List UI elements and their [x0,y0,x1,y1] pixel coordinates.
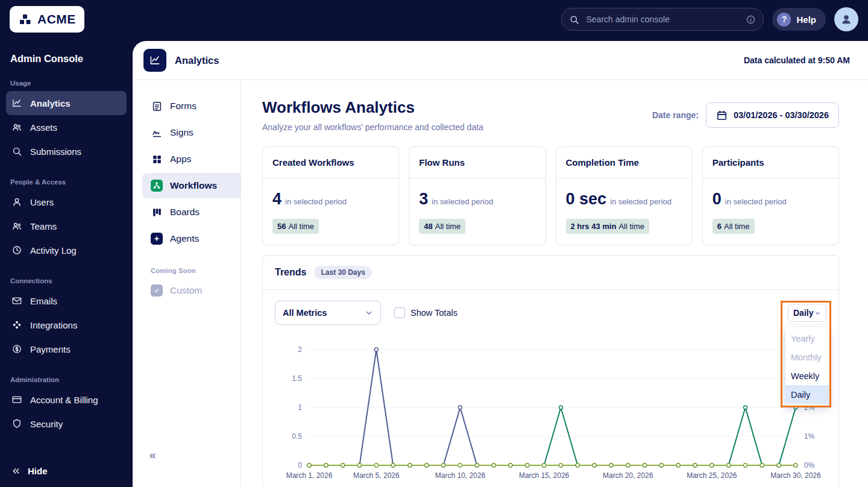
sidebar-item-label: Emails [30,296,57,306]
main-panel: Analytics Data calculated at 9:50 AM For… [133,41,868,487]
subnav-item-boards[interactable]: Boards [142,200,241,225]
custom-check-icon [151,284,163,297]
sidebar-item-label: Analytics [30,98,71,108]
integrations-icon [11,319,23,331]
metric-select[interactable]: All Metrics [275,301,381,325]
all-time-badge: 48All time [419,219,465,234]
subnav-item-label: Agents [170,233,199,244]
granularity-select[interactable]: Daily [788,304,826,322]
calendar-icon [716,110,728,121]
stat-card-participants: Participants 0in selected period 6All ti… [702,146,839,245]
sidebar-item-emails[interactable]: Emails [6,289,127,313]
credit-card-icon [11,394,23,406]
hide-sidebar-button[interactable]: Hide [0,460,133,482]
subnav-item-apps[interactable]: Apps [142,146,241,172]
subnav-item-forms[interactable]: Forms [142,93,241,119]
last-30-days-badge: Last 30 Days [314,266,371,279]
admin-search[interactable] [561,8,764,31]
search-info-icon[interactable] [746,14,756,25]
sidebar-item-analytics[interactable]: Analytics [6,91,127,115]
workflows-icon [151,180,163,192]
search-input[interactable] [585,14,740,25]
stat-card-title: Flow Runs [409,147,545,178]
svg-text:0: 0 [298,461,302,470]
collapse-subnav-button[interactable]: « [149,449,156,460]
granularity-option-monthly[interactable]: Monthly [785,348,829,366]
question-mark-icon: ? [777,13,791,27]
topbar-right: ? Help [561,7,858,31]
subnav-item-label: Signs [170,127,193,138]
sidebar-item-assets[interactable]: Assets [6,115,127,139]
granularity-menu: Yearly Monthly Weekly Daily [785,327,829,406]
section-label-connections: Connections [0,277,133,284]
sidebar-item-integrations[interactable]: Integrations [6,313,127,337]
subnav-item-label: Apps [170,154,191,165]
payments-dollar-icon [11,343,23,355]
date-range-control: Date range: 03/01/2026 - 03/30/2026 [652,102,839,128]
trends-chart: 00.511.520%1%2%March 1, 2026March 5, 202… [263,336,838,486]
collapse-chevrons-icon [11,466,21,476]
show-totals-checkbox[interactable] [394,307,405,318]
submissions-search-icon [11,145,23,157]
svg-text:March 30, 2026: March 30, 2026 [770,471,821,480]
section-label-people-access: People & Access [0,178,133,186]
granularity-option-weekly[interactable]: Weekly [785,366,829,385]
sidebar-item-label: Activity Log [30,245,77,256]
forms-document-icon [151,100,163,112]
subnav-item-label: Boards [170,207,200,218]
sidebar-title: Admin Console [0,53,133,64]
sidebar-item-payments[interactable]: Payments [6,337,127,361]
subnav-item-signs[interactable]: Signs [142,120,241,145]
stat-card-title: Participants [703,147,838,178]
stat-value: 3 [419,190,428,208]
subnav-item-custom[interactable]: Custom [142,278,241,303]
subnav-item-agents[interactable]: Agents [142,226,241,251]
avatar[interactable] [834,7,858,31]
metric-select-value: All Metrics [283,308,327,318]
date-range-picker[interactable]: 03/01/2026 - 03/30/2026 [706,102,839,128]
show-totals-control: Show Totals [394,307,458,318]
sidebar-item-security[interactable]: Security [6,412,127,436]
chevron-down-icon [365,309,373,317]
all-time-badge: 2 hrs 43 minAll time [566,219,650,234]
svg-text:1.5: 1.5 [292,374,302,383]
activity-log-clock-icon [11,244,23,256]
analytics-header: Analytics Data calculated at 9:50 AM [133,41,868,80]
granularity-option-daily[interactable]: Daily [785,385,829,404]
acme-logo[interactable]: ACME [10,6,84,33]
stat-card-title: Completion Time [556,147,692,178]
product-subnav: Forms Signs Apps Workflows Boards Agents [133,80,241,487]
sidebar-item-label: Security [30,419,63,429]
svg-text:0%: 0% [804,461,815,470]
stat-cards-row: Created Workflows 4in selected period 56… [262,146,839,245]
svg-text:2: 2 [298,345,302,354]
agents-sparkle-icon [151,233,163,245]
sidebar-item-submissions[interactable]: Submissions [6,139,127,163]
stat-value: 4 [272,190,281,208]
sidebar-item-label: Assets [30,122,57,133]
stat-card-flow-runs: Flow Runs 3in selected period 48All time [409,146,546,245]
date-range-value: 03/01/2026 - 03/30/2026 [734,110,829,120]
stat-period-label: in selected period [285,197,347,206]
page-title: Workflows Analytics [262,98,483,117]
help-label: Help [796,14,816,25]
sidebar-item-account-billing[interactable]: Account & Billing [6,388,127,412]
sidebar-item-label: Teams [30,221,57,231]
sidebar-item-teams[interactable]: Teams [6,214,127,238]
help-button[interactable]: ? Help [772,8,826,31]
subnav-item-label: Custom [170,285,202,296]
show-totals-label: Show Totals [410,308,458,318]
stat-value: 0 sec [566,190,607,208]
topbar: ACME ? Help [0,0,868,39]
apps-grid-icon [151,153,163,165]
signature-icon [151,127,163,139]
workflows-analytics-content: Workflows Analytics Analyze your all wor… [241,80,868,487]
granularity-value: Daily [793,308,813,318]
boards-columns-icon [151,206,163,218]
svg-text:1: 1 [298,403,302,412]
sidebar-item-label: Integrations [30,320,77,330]
sidebar-item-users[interactable]: Users [6,190,127,214]
sidebar-item-activity-log[interactable]: Activity Log [6,238,127,262]
subnav-item-workflows[interactable]: Workflows [142,173,241,198]
granularity-option-yearly[interactable]: Yearly [785,329,829,348]
